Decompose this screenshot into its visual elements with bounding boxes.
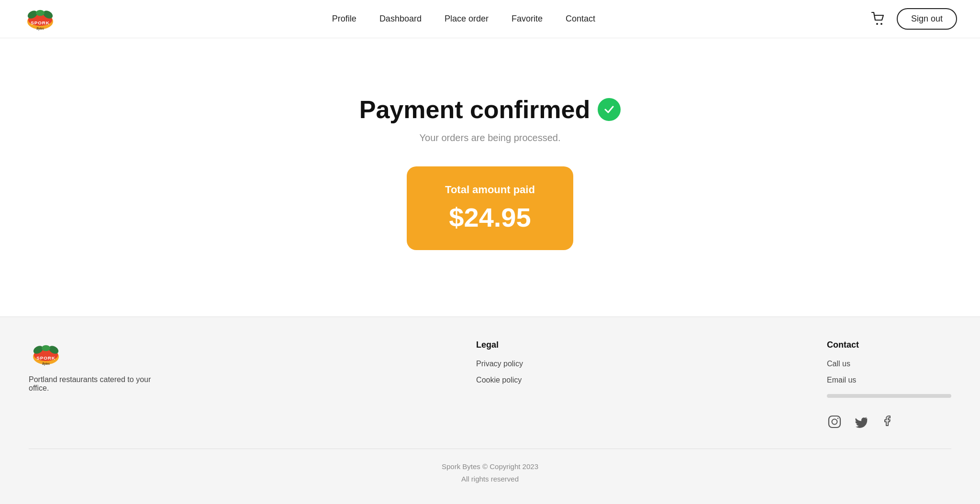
footer-copyright-line1: Spork Bytes © Copyright 2023 [29, 460, 951, 473]
main-content: Payment confirmed Your orders are being … [0, 38, 980, 317]
svg-text:SPORK: SPORK [31, 20, 50, 25]
footer-call-us[interactable]: Call us [827, 360, 951, 368]
footer-cookie-policy[interactable]: Cookie policy [476, 376, 523, 384]
logo[interactable]: SPORK Bytes [23, 5, 57, 33]
navbar-links: Profile Dashboard Place order Favorite C… [332, 14, 595, 24]
footer-tagline: Portland restaurants catered to your off… [29, 375, 172, 393]
svg-text:SPORK: SPORK [36, 355, 56, 361]
svg-point-17 [832, 419, 837, 425]
footer-copyright-line2: All rights reserved [29, 473, 951, 485]
footer-main: SPORK Bytes Portland restaurants catered… [29, 340, 951, 429]
amount-label: Total amount paid [445, 184, 535, 196]
twitter-icon[interactable] [854, 414, 869, 429]
svg-point-7 [876, 23, 878, 25]
navbar: SPORK Bytes Profile Dashboard Place orde… [0, 0, 980, 38]
nav-place-order[interactable]: Place order [445, 14, 489, 24]
svg-text:Bytes: Bytes [42, 362, 50, 366]
amount-value: $24.95 [445, 202, 535, 233]
footer-brand: SPORK Bytes Portland restaurants catered… [29, 340, 172, 393]
payment-subtitle: Your orders are being processed. [420, 132, 561, 143]
footer-social-icons [827, 414, 951, 429]
svg-point-4 [36, 10, 45, 16]
footer-legal-title: Legal [476, 340, 523, 350]
footer: SPORK Bytes Portland restaurants catered… [0, 317, 980, 504]
footer-contact-title: Contact [827, 340, 951, 350]
sign-out-button[interactable]: Sign out [897, 8, 957, 30]
payment-title: Payment confirmed [359, 95, 590, 124]
footer-privacy-policy[interactable]: Privacy policy [476, 360, 523, 368]
logo-icon: SPORK Bytes [23, 5, 57, 33]
svg-point-8 [880, 23, 882, 25]
navbar-right: Sign out [870, 8, 957, 30]
footer-bottom: Spork Bytes © Copyright 2023 All rights … [29, 449, 951, 485]
nav-profile[interactable]: Profile [332, 14, 356, 24]
svg-point-13 [42, 345, 50, 351]
footer-contact: Contact Call us Email us [827, 340, 951, 429]
payment-title-row: Payment confirmed [359, 95, 621, 124]
nav-contact[interactable]: Contact [566, 14, 595, 24]
amount-card: Total amount paid $24.95 [407, 166, 573, 250]
footer-email-us[interactable]: Email us [827, 376, 951, 384]
footer-legal: Legal Privacy policy Cookie policy [476, 340, 523, 384]
cart-icon[interactable] [870, 11, 887, 28]
facebook-icon[interactable] [880, 414, 896, 429]
instagram-icon[interactable] [827, 414, 842, 429]
nav-favorite[interactable]: Favorite [512, 14, 543, 24]
svg-text:Bytes: Bytes [36, 27, 45, 31]
footer-logo-icon: SPORK Bytes [29, 340, 63, 369]
footer-blurred-bar [827, 394, 951, 398]
svg-rect-16 [829, 416, 840, 427]
nav-dashboard[interactable]: Dashboard [379, 14, 422, 24]
check-circle-icon [598, 98, 621, 121]
svg-point-18 [837, 418, 838, 419]
